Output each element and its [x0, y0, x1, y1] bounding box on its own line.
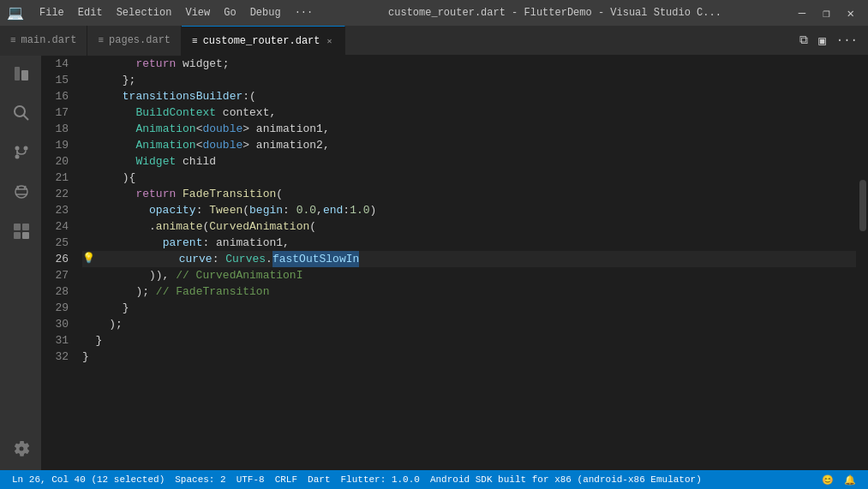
- window-controls[interactable]: — ❐ ✕: [792, 4, 861, 22]
- code-line-26: 💡 curve: Curves.fastOutSlowIn: [82, 251, 856, 267]
- line-number: 30: [48, 316, 69, 332]
- flutter-sdk-status[interactable]: Flutter: 1.0.0: [335, 470, 424, 489]
- code-line-18: Animation<double> animation1,: [82, 121, 856, 137]
- code-line-22: return FadeTransition(: [82, 186, 856, 202]
- line-number: 19: [48, 137, 69, 153]
- code-line-14: return widget;: [82, 56, 856, 72]
- tab-file-icon: ≡: [10, 35, 16, 45]
- tab-file-icon: ≡: [192, 36, 198, 46]
- more-actions-icon[interactable]: ···: [833, 32, 861, 49]
- spaces-status[interactable]: Spaces: 2: [170, 470, 230, 489]
- code-line-30: );: [82, 316, 856, 332]
- line-ending-status[interactable]: CRLF: [270, 470, 302, 489]
- source-control-activity-icon[interactable]: [6, 138, 35, 167]
- editor-area[interactable]: 14 15 16 17 18 19 20 21 22 23 24 25 26 2…: [41, 56, 868, 470]
- tab-custome-router-dart[interactable]: ≡ custome_router.dart ✕: [182, 26, 344, 56]
- language-text: Dart: [308, 474, 330, 485]
- android-sdk-status[interactable]: Android SDK built for x86 (android-x86 E…: [425, 470, 707, 489]
- window-title: custome_router.dart - FlutterDemo - Visu…: [325, 7, 784, 19]
- ln-col-text: Ln 26, Col 40 (12 selected): [12, 474, 165, 485]
- menu-more[interactable]: ···: [290, 5, 319, 21]
- flutter-sdk-text: Flutter: 1.0.0: [340, 474, 419, 485]
- tab-pages-dart[interactable]: ≡ pages.dart: [87, 26, 182, 56]
- lightbulb-icon[interactable]: 💡: [82, 251, 95, 267]
- vs-logo: 💻: [7, 4, 24, 21]
- svg-rect-1: [21, 70, 28, 81]
- titlebar: 💻 File Edit Selection View Go Debug ··· …: [0, 0, 868, 26]
- extensions-activity-icon[interactable]: [6, 217, 35, 246]
- language-status[interactable]: Dart: [302, 470, 335, 489]
- line-number: 25: [48, 235, 69, 251]
- close-button[interactable]: ✕: [841, 4, 861, 22]
- encoding-text: UTF-8: [236, 474, 265, 485]
- line-number: 32: [48, 349, 69, 365]
- line-number: 15: [48, 72, 69, 88]
- svg-point-6: [15, 155, 20, 159]
- tab-close-icon[interactable]: ✕: [325, 35, 333, 47]
- spaces-text: Spaces: 2: [175, 474, 225, 485]
- split-editor-icon[interactable]: ⧉: [796, 32, 811, 49]
- bell-icon: 🔔: [844, 474, 856, 486]
- activity-bar: [0, 56, 41, 470]
- svg-rect-11: [14, 224, 21, 230]
- line-number: 18: [48, 121, 69, 137]
- menu-file[interactable]: File: [34, 5, 69, 21]
- vertical-scrollbar[interactable]: [856, 56, 868, 470]
- tab-bar: ≡ main.dart ≡ pages.dart ≡ custome_route…: [0, 26, 868, 56]
- tab-main-dart[interactable]: ≡ main.dart: [0, 26, 87, 56]
- scrollbar-thumb[interactable]: [859, 180, 866, 231]
- android-sdk-text: Android SDK built for x86 (android-x86 E…: [430, 474, 702, 485]
- line-number: 17: [48, 104, 69, 121]
- code-line-31: }: [82, 332, 856, 349]
- code-line-17: BuildContext context,: [82, 104, 856, 121]
- menu-bar[interactable]: File Edit Selection View Go Debug ···: [34, 5, 318, 21]
- line-number: 28: [48, 283, 69, 300]
- main-area: 14 15 16 17 18 19 20 21 22 23 24 25 26 2…: [0, 56, 868, 470]
- code-line-20: Widget child: [82, 153, 856, 170]
- code-line-16: transitionsBuilder:(: [82, 88, 856, 104]
- line-number: 20: [48, 153, 69, 170]
- menu-edit[interactable]: Edit: [73, 5, 108, 21]
- tab-file-icon: ≡: [98, 35, 104, 45]
- line-number: 16: [48, 88, 69, 104]
- line-number: 31: [48, 332, 69, 349]
- line-number: 21: [48, 170, 69, 186]
- line-number: 24: [48, 218, 69, 235]
- layout-icon[interactable]: ▣: [815, 32, 829, 50]
- svg-rect-13: [14, 232, 21, 239]
- line-numbers: 14 15 16 17 18 19 20 21 22 23 24 25 26 2…: [41, 56, 75, 470]
- svg-point-4: [15, 146, 20, 151]
- line-number: 14: [48, 56, 69, 72]
- menu-debug[interactable]: Debug: [245, 5, 286, 21]
- svg-rect-12: [22, 224, 29, 230]
- menu-go[interactable]: Go: [218, 5, 241, 21]
- debug-activity-icon[interactable]: [6, 177, 35, 206]
- menu-selection[interactable]: Selection: [111, 5, 177, 21]
- code-line-19: Animation<double> animation2,: [82, 137, 856, 153]
- ln-col-status[interactable]: Ln 26, Col 40 (12 selected): [7, 470, 170, 489]
- tab-label: pages.dart: [109, 34, 171, 46]
- svg-rect-0: [15, 67, 20, 81]
- tab-label: main.dart: [21, 34, 77, 46]
- tab-label: custome_router.dart: [203, 35, 320, 47]
- status-bar: Ln 26, Col 40 (12 selected) Spaces: 2 UT…: [0, 470, 868, 489]
- maximize-button[interactable]: ❐: [816, 4, 836, 22]
- notification-icon[interactable]: 🔔: [839, 470, 861, 489]
- minimize-button[interactable]: —: [792, 4, 812, 22]
- code-line-25: parent: animation1,: [82, 235, 856, 251]
- code-content[interactable]: return widget; }; transitionsBuilder:( B…: [75, 56, 856, 470]
- explorer-activity-icon[interactable]: [6, 59, 35, 88]
- smiley-icon[interactable]: 😊: [817, 470, 839, 489]
- svg-rect-14: [22, 232, 29, 239]
- tab-actions: ⧉ ▣ ···: [796, 32, 868, 50]
- search-activity-icon[interactable]: [6, 98, 35, 128]
- settings-activity-icon[interactable]: [6, 434, 35, 463]
- status-bar-right: 😊 🔔: [817, 470, 861, 489]
- code-line-28: ); // FadeTransition: [82, 283, 856, 300]
- encoding-status[interactable]: UTF-8: [231, 470, 270, 489]
- code-line-29: }: [82, 300, 856, 316]
- menu-view[interactable]: View: [180, 5, 215, 21]
- code-line-21: ){: [82, 170, 856, 186]
- smiley-face-icon: 😊: [822, 474, 834, 486]
- activity-bar-bottom: [6, 434, 35, 470]
